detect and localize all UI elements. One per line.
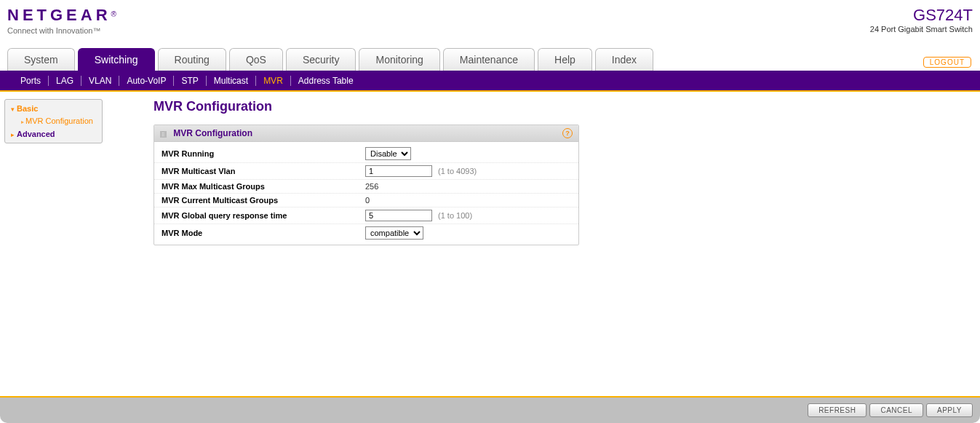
sidebar-item-mvr-configuration[interactable]: ▸MVR Configuration [5, 114, 102, 128]
model-number: GS724T [870, 6, 973, 25]
label-mvr-max-groups: MVR Max Multicast Groups [162, 182, 365, 191]
cancel-button[interactable]: CANCEL [869, 403, 923, 417]
subnav-autovoip[interactable]: Auto-VoIP [119, 76, 174, 86]
model-description: 24 Port Gigabit Smart Switch [870, 25, 973, 33]
refresh-button[interactable]: REFRESH [808, 403, 867, 417]
help-icon[interactable]: ? [562, 128, 573, 138]
sidebar-item-advanced[interactable]: ▸Advanced [5, 128, 102, 140]
chevron-right-icon: ▸ [11, 131, 15, 138]
mvr-config-panel: ⠿ MVR Configuration ? MVR Running Disabl… [154, 124, 579, 245]
grip-icon: ⠿ [160, 131, 167, 138]
mvr-mode-select[interactable]: compatible [365, 226, 423, 240]
sidebar-item-label: Basic [17, 104, 38, 113]
logout-button[interactable]: LOGOUT [923, 57, 971, 68]
label-mvr-mode: MVR Mode [162, 229, 365, 237]
bullet-icon: ▸ [21, 119, 24, 125]
tab-help[interactable]: Help [538, 48, 592, 71]
label-mvr-current-groups: MVR Current Multicast Groups [162, 196, 365, 205]
subnav-multicast[interactable]: Multicast [207, 76, 256, 86]
sidebar-item-basic[interactable]: ▾Basic [5, 103, 102, 114]
apply-button[interactable]: APPLY [926, 403, 973, 417]
sidebar-item-label: Advanced [17, 130, 55, 138]
page-title: MVR Configuration [154, 99, 677, 114]
value-mvr-current-groups: 0 [365, 196, 370, 205]
tab-switching[interactable]: Switching [78, 48, 155, 71]
subnav-mvr[interactable]: MVR [256, 76, 291, 86]
tab-monitoring[interactable]: Monitoring [359, 48, 439, 71]
sidebar-item-label: MVR Configuration [25, 116, 93, 125]
sidebar: ▾Basic ▸MVR Configuration ▸Advanced [4, 99, 103, 143]
tab-routing[interactable]: Routing [158, 48, 226, 71]
mvr-query-time-input[interactable] [365, 210, 432, 221]
label-mvr-multicast-vlan: MVR Multicast Vlan [162, 167, 365, 175]
logo: NETGEAR® [7, 6, 116, 25]
value-mvr-max-groups: 256 [365, 182, 378, 191]
subnav-lag[interactable]: LAG [49, 76, 81, 86]
tab-maintenance[interactable]: Maintenance [443, 48, 535, 71]
tagline: Connect with Innovation™ [7, 26, 116, 35]
tab-index[interactable]: Index [595, 48, 653, 71]
panel-title: MVR Configuration [173, 128, 252, 138]
hint-vlan-range: (1 to 4093) [438, 167, 477, 175]
hint-query-range: (1 to 100) [438, 211, 472, 220]
mvr-multicast-vlan-input[interactable] [365, 165, 432, 177]
subnav-address-table[interactable]: Address Table [291, 76, 361, 86]
chevron-down-icon: ▾ [11, 106, 15, 113]
subnav-stp[interactable]: STP [174, 76, 206, 86]
label-mvr-running: MVR Running [162, 149, 365, 158]
subnav-vlan[interactable]: VLAN [81, 76, 119, 86]
tab-qos[interactable]: QoS [229, 48, 283, 71]
label-mvr-query-time: MVR Global query response time [162, 211, 365, 220]
subnav-ports[interactable]: Ports [13, 76, 49, 86]
mvr-running-select[interactable]: Disable [365, 147, 411, 160]
tab-security[interactable]: Security [286, 48, 356, 71]
tab-system[interactable]: System [7, 48, 75, 71]
